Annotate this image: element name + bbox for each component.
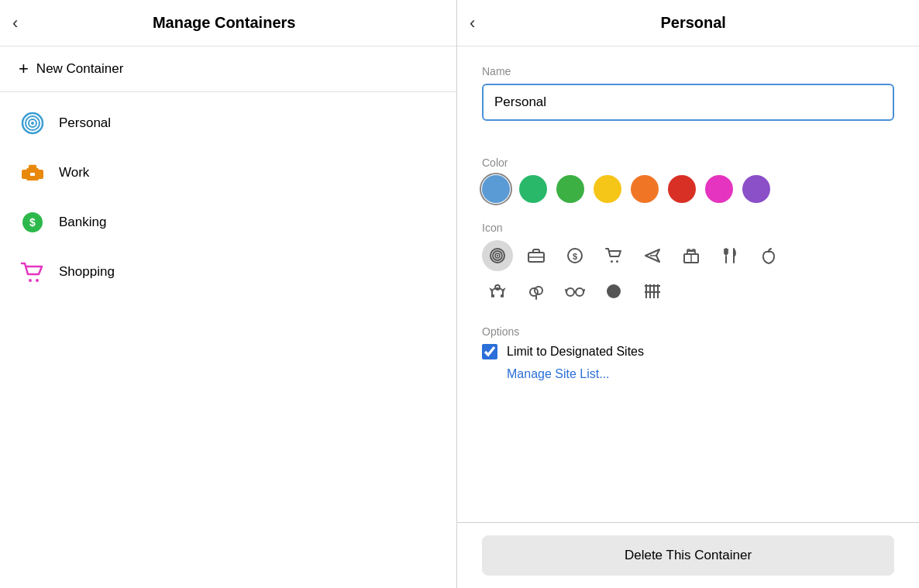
name-section: Name xyxy=(482,65,894,138)
svg-point-21 xyxy=(616,260,618,263)
color-orange[interactable] xyxy=(631,175,659,203)
plus-icon: + xyxy=(19,60,29,77)
limit-sites-checkbox[interactable] xyxy=(482,344,497,359)
icon-dollar[interactable]: $ xyxy=(559,240,590,271)
shopping-icon xyxy=(19,258,46,286)
svg-rect-24 xyxy=(687,251,695,254)
svg-rect-5 xyxy=(29,165,36,170)
icon-glasses[interactable] xyxy=(559,276,590,307)
delete-container-button[interactable]: Delete This Container xyxy=(482,535,894,576)
checkbox-row: Limit to Designated Sites xyxy=(482,344,894,359)
icon-label: Icon xyxy=(482,222,894,234)
icon-row-1: $ xyxy=(482,240,894,271)
icon-apple[interactable] xyxy=(753,240,784,271)
svg-point-10 xyxy=(29,279,32,282)
new-container-button[interactable]: + New Container xyxy=(0,46,456,92)
icon-row-2 xyxy=(482,276,894,307)
svg-point-33 xyxy=(566,288,574,296)
options-section: Options Limit to Designated Sites Manage… xyxy=(482,325,894,381)
svg-point-11 xyxy=(36,279,39,282)
right-title: Personal xyxy=(483,14,904,32)
svg-point-15 xyxy=(497,255,498,256)
color-row xyxy=(482,175,894,203)
icon-gift[interactable] xyxy=(676,240,707,271)
left-title: Manage Containers xyxy=(26,14,422,32)
right-panel: ‹ Personal Name Color Icon xyxy=(457,0,919,588)
options-label: Options xyxy=(482,325,894,338)
svg-point-30 xyxy=(530,288,538,296)
color-teal[interactable] xyxy=(519,175,547,203)
name-label: Name xyxy=(482,65,894,77)
icon-cart[interactable] xyxy=(598,240,629,271)
back-button-left[interactable]: ‹ xyxy=(12,15,18,32)
svg-point-3 xyxy=(31,122,34,125)
manage-site-link[interactable]: Manage Site List... xyxy=(507,367,610,381)
icon-spiral[interactable] xyxy=(482,240,513,271)
icon-utensils[interactable] xyxy=(714,240,745,271)
icon-briefcase[interactable] xyxy=(521,240,552,271)
icon-circle[interactable] xyxy=(598,276,629,307)
icon-leaves[interactable] xyxy=(521,276,552,307)
limit-sites-label: Limit to Designated Sites xyxy=(507,345,644,359)
svg-point-20 xyxy=(611,260,613,263)
new-container-label: New Container xyxy=(36,61,123,77)
right-header: ‹ Personal xyxy=(457,0,919,46)
svg-line-37 xyxy=(583,290,584,292)
container-list: Personal Work $ Banking xyxy=(0,92,456,303)
list-item[interactable]: Personal xyxy=(0,98,456,148)
back-button-right[interactable]: ‹ xyxy=(470,15,475,32)
shopping-label: Shopping xyxy=(59,264,115,280)
right-footer: Delete This Container xyxy=(457,522,919,588)
icon-animal[interactable] xyxy=(482,276,513,307)
color-blue[interactable] xyxy=(482,175,510,203)
svg-text:$: $ xyxy=(573,252,577,261)
banking-icon: $ xyxy=(19,208,46,236)
left-header: ‹ Manage Containers xyxy=(0,0,456,46)
name-input[interactable] xyxy=(482,84,894,121)
color-section: Color xyxy=(482,156,894,203)
svg-text:$: $ xyxy=(29,216,36,229)
work-label: Work xyxy=(59,165,89,181)
left-panel: ‹ Manage Containers + New Container Pers… xyxy=(0,0,457,588)
color-red[interactable] xyxy=(668,175,696,203)
right-content: Name Color Icon xyxy=(457,46,919,522)
color-green[interactable] xyxy=(556,175,584,203)
svg-point-31 xyxy=(535,287,542,294)
banking-label: Banking xyxy=(59,215,106,230)
color-purple[interactable] xyxy=(742,175,770,203)
list-item[interactable]: Shopping xyxy=(0,247,456,297)
svg-line-36 xyxy=(566,290,566,292)
icon-plane[interactable] xyxy=(637,240,668,271)
svg-point-34 xyxy=(576,288,583,296)
color-pink[interactable] xyxy=(705,175,733,203)
personal-icon xyxy=(19,109,46,137)
icon-section: Icon xyxy=(482,222,894,307)
work-icon xyxy=(19,159,46,187)
svg-point-38 xyxy=(607,284,621,298)
svg-rect-7 xyxy=(30,173,35,176)
list-item[interactable]: Work xyxy=(0,148,456,198)
color-yellow[interactable] xyxy=(594,175,621,203)
icon-fence[interactable] xyxy=(637,276,668,307)
personal-label: Personal xyxy=(59,115,111,131)
list-item[interactable]: $ Banking xyxy=(0,198,456,247)
color-label: Color xyxy=(482,156,894,169)
